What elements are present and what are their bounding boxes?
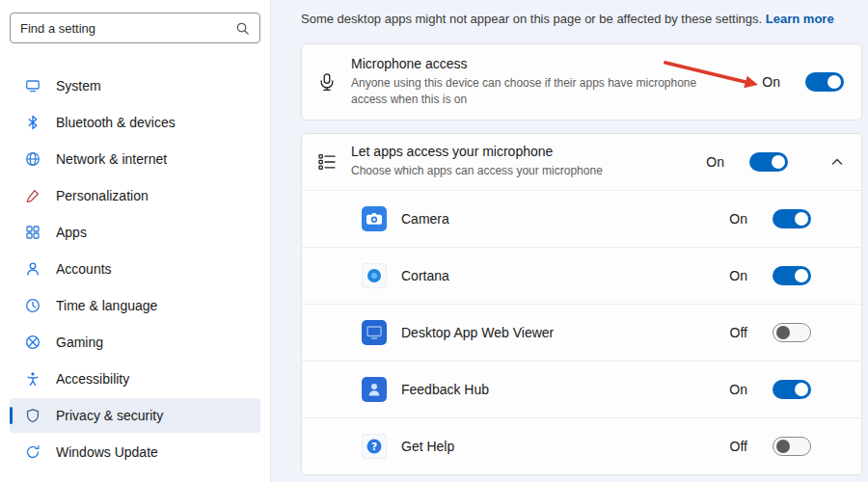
- settings-window: System Bluetooth & devices Network & int…: [0, 0, 868, 482]
- person-icon: [25, 261, 41, 277]
- let-apps-description: Choose which apps can access your microp…: [351, 163, 698, 179]
- microphone-access-state: On: [762, 74, 780, 90]
- app-row-feedback-hub: Feedback Hub On: [302, 361, 861, 417]
- sidebar-item-privacy-security[interactable]: Privacy & security: [10, 398, 260, 433]
- let-apps-toggle[interactable]: [749, 152, 788, 172]
- sidebar: System Bluetooth & devices Network & int…: [0, 0, 271, 482]
- let-apps-access-card: Let apps access your microphone Choose w…: [301, 133, 862, 475]
- sidebar-item-system[interactable]: System: [10, 68, 260, 103]
- sidebar-item-label: Apps: [56, 225, 87, 240]
- sidebar-item-label: Bluetooth & devices: [56, 115, 176, 130]
- sidebar-item-label: Gaming: [56, 335, 103, 350]
- settings-content: Some desktop apps might not appear on th…: [271, 0, 868, 482]
- sidebar-item-label: System: [56, 78, 101, 94]
- app-row-get-help: ? Get Help Off: [302, 417, 861, 474]
- app-name: Camera: [401, 211, 449, 227]
- let-apps-header[interactable]: Let apps access your microphone Choose w…: [302, 134, 861, 190]
- let-apps-text: Let apps access your microphone Choose w…: [351, 144, 706, 179]
- app-state: On: [729, 211, 747, 227]
- sidebar-item-time-language[interactable]: Time & language: [10, 288, 260, 323]
- microphone-access-card: Microphone access Anyone using this devi…: [301, 43, 862, 120]
- app-name: Cortana: [401, 268, 449, 283]
- camera-toggle[interactable]: [773, 209, 811, 228]
- accessibility-person-icon: [25, 371, 41, 387]
- sidebar-item-accessibility[interactable]: Accessibility: [10, 362, 260, 396]
- shield-icon: [25, 408, 41, 423]
- app-list-icon: [317, 152, 337, 172]
- microphone-access-text: Microphone access Anyone using this devi…: [351, 56, 762, 108]
- get-help-toggle[interactable]: [773, 437, 811, 456]
- system-icon: [25, 78, 41, 94]
- microphone-icon: [317, 72, 337, 92]
- cortana-app-icon: [362, 263, 387, 288]
- sidebar-nav: System Bluetooth & devices Network & int…: [0, 68, 270, 469]
- app-name: Desktop App Web Viewer: [401, 325, 554, 340]
- app-state: On: [729, 382, 747, 397]
- desktop-app-web-viewer-toggle[interactable]: [773, 323, 811, 342]
- microphone-access-description: Anyone using this device can choose if t…: [351, 75, 698, 108]
- app-name: Feedback Hub: [401, 382, 489, 397]
- chevron-up-icon[interactable]: [830, 155, 844, 169]
- app-state: On: [729, 268, 747, 283]
- app-row-camera: Camera On: [302, 190, 861, 247]
- bluetooth-icon: [25, 115, 41, 130]
- search-box[interactable]: [10, 13, 260, 43]
- sidebar-item-personalization[interactable]: Personalization: [10, 178, 260, 213]
- sidebar-item-accounts[interactable]: Accounts: [10, 252, 260, 286]
- app-row-desktop-app-web-viewer: Desktop App Web Viewer Off: [302, 304, 861, 361]
- learn-more-link[interactable]: Learn more: [766, 12, 834, 26]
- sidebar-item-label: Windows Update: [56, 444, 158, 460]
- sidebar-item-label: Accessibility: [56, 371, 129, 387]
- brush-icon: [25, 188, 41, 203]
- sidebar-item-label: Accounts: [56, 261, 112, 277]
- feedback-hub-toggle[interactable]: [773, 380, 811, 399]
- svg-text:?: ?: [371, 441, 377, 452]
- desktop-app-web-viewer-icon: [362, 320, 387, 345]
- xbox-icon: [25, 335, 41, 350]
- notice-text: Some desktop apps might not appear on th…: [301, 12, 762, 26]
- get-help-app-icon: ?: [362, 434, 387, 459]
- feedback-hub-app-icon: [362, 377, 387, 402]
- let-apps-title: Let apps access your microphone: [351, 144, 706, 159]
- apps-grid-icon: [25, 225, 41, 240]
- camera-app-icon: [362, 206, 387, 231]
- sidebar-item-bluetooth-devices[interactable]: Bluetooth & devices: [10, 105, 260, 140]
- sidebar-item-windows-update[interactable]: Windows Update: [10, 435, 260, 469]
- search-input[interactable]: [20, 21, 235, 36]
- sidebar-item-apps[interactable]: Apps: [10, 215, 260, 250]
- app-row-cortana: Cortana On: [302, 247, 861, 304]
- microphone-access-toggle[interactable]: [805, 72, 844, 92]
- desktop-apps-notice: Some desktop apps might not appear on th…: [301, 10, 862, 29]
- app-state: Off: [730, 439, 747, 454]
- clock-icon: [25, 298, 41, 313]
- search-icon[interactable]: [235, 21, 250, 36]
- microphone-access-title: Microphone access: [351, 56, 762, 71]
- globe-icon: [25, 151, 41, 167]
- sidebar-item-label: Privacy & security: [56, 408, 163, 423]
- sidebar-item-label: Network & internet: [56, 151, 167, 167]
- sidebar-item-label: Time & language: [56, 298, 157, 313]
- cortana-toggle[interactable]: [773, 266, 811, 285]
- sidebar-item-gaming[interactable]: Gaming: [10, 325, 260, 360]
- sidebar-item-label: Personalization: [56, 188, 149, 203]
- app-name: Get Help: [401, 439, 454, 454]
- app-state: Off: [730, 325, 747, 340]
- update-arrows-icon: [25, 444, 41, 460]
- sidebar-item-network-internet[interactable]: Network & internet: [10, 142, 260, 176]
- let-apps-state: On: [706, 154, 724, 170]
